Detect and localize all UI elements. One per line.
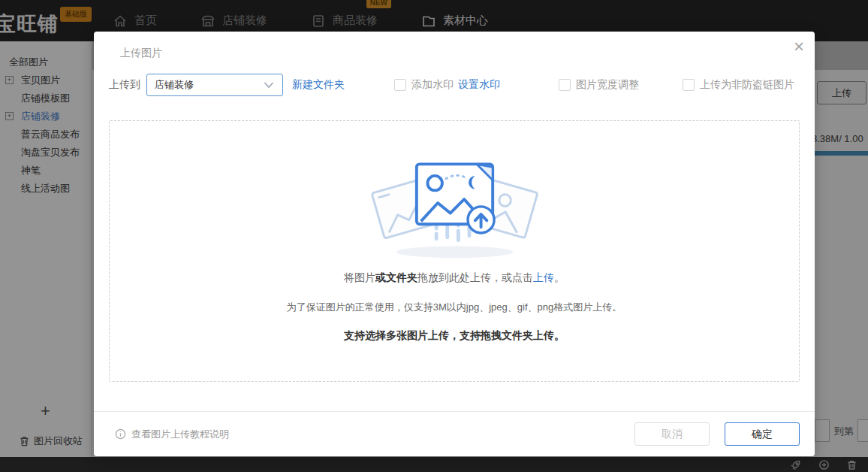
upload-tutorial-label: 查看图片上传教程说明 [131, 428, 229, 441]
format-hint-line: 为了保证图片的正常使用，仅支持3M以内jpg、jpeg、gif、png格式图片上… [287, 301, 622, 314]
folder-select-value: 店铺装修 [155, 78, 263, 92]
watermark-label: 添加水印 [411, 78, 454, 92]
width-adjust-option: 图片宽度调整 [559, 78, 639, 92]
info-icon [115, 428, 126, 440]
upload-tutorial-link[interactable]: 查看图片上传教程说明 [115, 428, 229, 441]
hotlink-label: 上传为非防盗链图片 [700, 78, 794, 92]
hotlink-checkbox[interactable] [683, 79, 695, 91]
confirm-button[interactable]: 确定 [725, 422, 800, 446]
upload-illustration [366, 145, 543, 259]
watermark-checkbox[interactable] [394, 79, 406, 91]
dialog-footer: 查看图片上传教程说明 取消 确定 [94, 411, 815, 456]
width-adjust-label: 图片宽度调整 [576, 78, 639, 92]
watermark-option: 添加水印 设置水印 [394, 78, 500, 92]
screen: 宝旺铺 基础版 首页 店铺装修 商品装修 NEW 素材中心 全部图片 [0, 0, 868, 472]
width-adjust-checkbox[interactable] [559, 79, 571, 91]
drag-drop-zone[interactable]: 将图片或文件夹拖放到此处上传，或点击上传。 为了保证图片的正常使用，仅支持3M以… [109, 120, 800, 382]
upload-options-row: 上传到 店铺装修 新建文件夹 添加水印 设置水印 图片宽度调整 上传为非防盗链图… [109, 74, 800, 96]
chevron-down-icon [263, 79, 275, 91]
dialog-title: 上传图片 [120, 47, 162, 60]
upload-link[interactable]: 上传 [533, 271, 554, 283]
multi-upload-hint-line: 支持选择多张图片上传，支持拖拽文件夹上传。 [344, 329, 565, 343]
close-icon[interactable]: × [794, 38, 804, 56]
new-folder-link[interactable]: 新建文件夹 [292, 78, 345, 92]
folder-select-dropdown[interactable]: 店铺装修 [146, 74, 283, 96]
hotlink-option: 上传为非防盗链图片 [683, 78, 794, 92]
drop-hint-line1: 将图片或文件夹拖放到此处上传，或点击上传。 [344, 271, 565, 285]
watermark-settings-link[interactable]: 设置水印 [458, 78, 500, 92]
upload-image-dialog: × 上传图片 上传到 店铺装修 新建文件夹 添加水印 设置水印 图片宽度调整 上… [94, 32, 815, 456]
cancel-button[interactable]: 取消 [634, 422, 710, 446]
upload-to-label: 上传到 [109, 78, 140, 92]
